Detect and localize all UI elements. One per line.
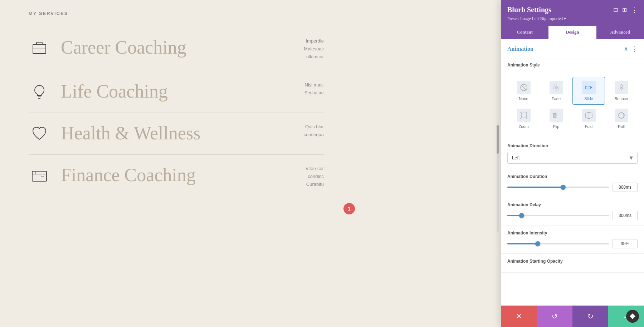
panel-header-icons: ⊡ ⊞ ⋮	[613, 6, 638, 14]
section-title: MY SERVICES	[29, 11, 324, 16]
collapse-icon[interactable]: ∧	[624, 45, 628, 53]
none-label: None	[519, 96, 528, 101]
undo-button[interactable]: ↺	[537, 306, 572, 327]
tab-design[interactable]: Design	[548, 26, 596, 39]
lightbulb-icon	[29, 81, 50, 103]
scroll-thumb	[497, 125, 499, 154]
life-title: Life Coaching	[61, 81, 294, 101]
duration-thumb	[561, 185, 566, 190]
svg-line-16	[520, 118, 521, 119]
anim-slide[interactable]: Slide	[572, 77, 605, 105]
anim-roll[interactable]: Roll	[605, 105, 638, 133]
animation-style-grid: None Fade Slide Bounce	[501, 71, 644, 138]
fold-icon	[582, 109, 596, 122]
anim-style-container: Animation Style	[501, 59, 644, 68]
career-title: Career Coaching	[61, 37, 293, 58]
life-desc: Nisl mas: Sed vitae	[304, 81, 324, 97]
main-content: MY SERVICES Career Coaching Imperdie Mal…	[0, 0, 352, 327]
intensity-track[interactable]	[507, 243, 609, 244]
divi-icon[interactable]	[626, 310, 639, 323]
more-icon[interactable]: ⋮	[631, 6, 638, 14]
intensity-slider-row: 35%	[507, 239, 638, 248]
panel-title: Blurb Settings	[507, 6, 551, 14]
slide-label: Slide	[584, 96, 593, 101]
slide-icon	[582, 81, 596, 94]
heart-icon	[29, 123, 50, 144]
delay-track[interactable]	[507, 215, 609, 216]
fade-label: Fade	[552, 96, 561, 101]
fold-label: Fold	[585, 124, 592, 129]
section-actions: ∧ ⋮	[624, 45, 638, 53]
panel-tabs: Content Design Advanced	[501, 26, 644, 39]
svg-line-15	[526, 112, 527, 113]
anim-fold[interactable]: Fold	[572, 105, 605, 133]
service-finance: Finance Coaching Vitae cor condinc Curab…	[29, 155, 324, 199]
panel-body: Animation ∧ ⋮ Animation Style None	[501, 39, 644, 327]
intensity-group: Animation Intensity 35%	[501, 226, 644, 254]
delay-label: Animation Delay	[507, 202, 638, 207]
panel-toolbar: ✕ ↺ ↻ ✓	[501, 306, 644, 327]
opacity-group: Animation Starting Opacity	[501, 254, 644, 273]
duration-group: Animation Duration 800ms	[501, 169, 644, 197]
tab-content[interactable]: Content	[501, 26, 548, 39]
duration-slider-row: 800ms	[507, 183, 638, 192]
panel-header: Blurb Settings ⊡ ⊞ ⋮ Preset: Image Left …	[501, 0, 644, 26]
svg-rect-5	[32, 171, 47, 181]
tab-advanced[interactable]: Advanced	[596, 26, 644, 39]
service-life: Life Coaching Nisl mas: Sed vitae	[29, 71, 324, 113]
svg-line-8	[522, 85, 526, 90]
columns-icon[interactable]: ⊞	[622, 6, 627, 13]
duration-fill	[507, 187, 563, 188]
svg-rect-11	[585, 86, 590, 89]
bounce-label: Bounce	[615, 96, 628, 101]
delay-slider-row: 300ms	[507, 211, 638, 220]
anim-fade[interactable]: Fade	[540, 77, 572, 105]
section-name: Animation	[507, 46, 533, 52]
animation-section-header: Animation ∧ ⋮	[501, 39, 644, 59]
cancel-button[interactable]: ✕	[501, 306, 537, 327]
health-desc: Quis blar consequa	[304, 123, 324, 139]
intensity-value[interactable]: 35%	[613, 239, 638, 248]
zoom-icon	[517, 109, 531, 122]
service-health: Health & Wellness Quis blar consequa	[29, 113, 324, 155]
flip-label: Flip	[553, 124, 560, 129]
finance-desc: Vitae cor condinc Curabitu	[306, 165, 324, 188]
bounce-icon	[615, 81, 628, 94]
duration-value[interactable]: 800ms	[613, 183, 638, 192]
intensity-label: Animation Intensity	[507, 231, 638, 236]
svg-rect-19	[553, 114, 556, 117]
anim-zoom[interactable]: Zoom	[507, 105, 540, 133]
anim-bounce[interactable]: Bounce	[605, 77, 638, 105]
svg-point-10	[555, 86, 558, 89]
svg-point-12	[620, 85, 623, 88]
scroll-indicator	[497, 125, 499, 232]
direction-group: Animation Direction Left Right Top Botto…	[501, 138, 644, 169]
focus-icon[interactable]: ⊡	[613, 6, 618, 13]
flip-icon	[550, 109, 563, 122]
roll-icon	[615, 109, 628, 122]
settings-panel: Blurb Settings ⊡ ⊞ ⋮ Preset: Image Left …	[501, 0, 644, 327]
panel-preset[interactable]: Preset: Image Left Big imported ▾	[507, 16, 638, 21]
svg-rect-6	[32, 171, 36, 174]
service-career: Career Coaching Imperdie Malesuac ullamc…	[29, 27, 324, 71]
finance-title: Finance Coaching	[61, 165, 295, 185]
svg-line-17	[526, 118, 527, 119]
intensity-thumb	[535, 241, 540, 246]
section-more-icon[interactable]: ⋮	[631, 45, 638, 53]
health-title: Health & Wellness	[61, 123, 293, 143]
anim-style-label: Animation Style	[507, 63, 638, 68]
zoom-label: Zoom	[518, 124, 528, 129]
direction-select[interactable]: Left Right Top Bottom	[507, 152, 638, 164]
notification-badge: 1	[343, 203, 355, 214]
duration-track[interactable]	[507, 187, 609, 188]
delay-value[interactable]: 300ms	[613, 211, 638, 220]
roll-label: Roll	[618, 124, 625, 129]
briefcase-icon	[29, 37, 50, 59]
redo-button[interactable]: ↻	[572, 306, 608, 327]
svg-rect-13	[521, 113, 526, 118]
anim-flip[interactable]: Flip	[540, 105, 572, 133]
anim-none[interactable]: None	[507, 77, 540, 105]
opacity-label: Animation Starting Opacity	[507, 259, 638, 264]
wallet-icon	[29, 165, 50, 186]
delay-group: Animation Delay 300ms	[501, 197, 644, 226]
